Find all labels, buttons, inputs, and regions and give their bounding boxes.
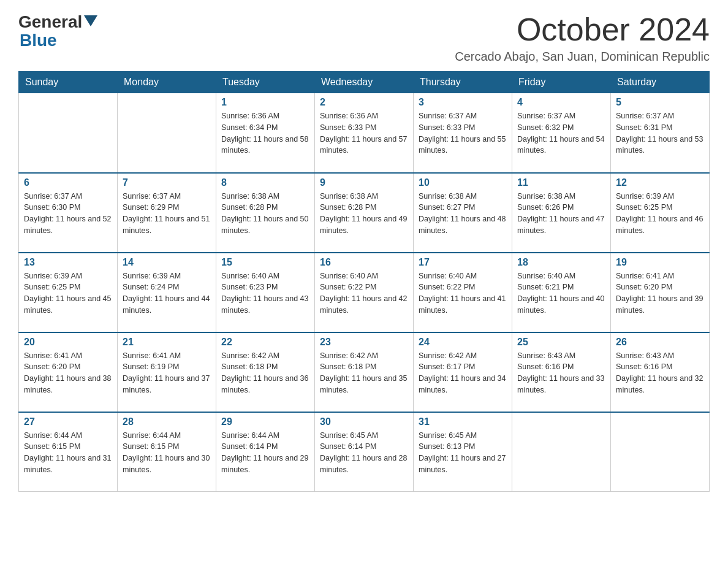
day-info: Sunrise: 6:42 AMSunset: 6:18 PMDaylight:… [221,350,309,396]
day-info: Sunrise: 6:38 AMSunset: 6:28 PMDaylight:… [221,191,309,237]
day-number: 6 [24,177,112,188]
table-row: 20Sunrise: 6:41 AMSunset: 6:20 PMDayligh… [19,332,118,412]
day-number: 22 [221,337,309,348]
header-saturday: Saturday [611,72,710,93]
table-row: 24Sunrise: 6:42 AMSunset: 6:17 PMDayligh… [414,332,512,412]
day-info: Sunrise: 6:39 AMSunset: 6:25 PMDaylight:… [616,191,704,237]
day-number: 18 [517,257,605,268]
day-number: 5 [616,97,704,108]
day-number: 17 [419,257,507,268]
day-info: Sunrise: 6:37 AMSunset: 6:29 PMDaylight:… [123,191,211,237]
table-row: 10Sunrise: 6:38 AMSunset: 6:27 PMDayligh… [414,173,512,253]
day-number: 11 [517,177,605,188]
logo-arrow-icon [84,15,97,29]
day-number: 29 [221,416,309,427]
calendar-week-row: 20Sunrise: 6:41 AMSunset: 6:20 PMDayligh… [19,332,710,412]
calendar-week-row: 6Sunrise: 6:37 AMSunset: 6:30 PMDaylight… [19,173,710,253]
header-wednesday: Wednesday [315,72,414,93]
table-row: 6Sunrise: 6:37 AMSunset: 6:30 PMDaylight… [19,173,118,253]
day-number: 15 [221,257,309,268]
day-number: 26 [616,337,704,348]
day-info: Sunrise: 6:45 AMSunset: 6:13 PMDaylight:… [419,430,507,476]
table-row: 26Sunrise: 6:43 AMSunset: 6:16 PMDayligh… [611,332,710,412]
table-row: 18Sunrise: 6:40 AMSunset: 6:21 PMDayligh… [512,253,611,332]
calendar-week-row: 27Sunrise: 6:44 AMSunset: 6:15 PMDayligh… [19,412,710,492]
day-number: 28 [123,416,211,427]
day-number: 27 [24,416,112,427]
day-info: Sunrise: 6:44 AMSunset: 6:14 PMDaylight:… [221,430,309,476]
table-row: 12Sunrise: 6:39 AMSunset: 6:25 PMDayligh… [611,173,710,253]
table-row: 22Sunrise: 6:42 AMSunset: 6:18 PMDayligh… [216,332,315,412]
day-info: Sunrise: 6:41 AMSunset: 6:19 PMDaylight:… [123,350,211,396]
header-tuesday: Tuesday [216,72,315,93]
day-number: 13 [24,257,112,268]
table-row: 8Sunrise: 6:38 AMSunset: 6:28 PMDaylight… [216,173,315,253]
day-info: Sunrise: 6:45 AMSunset: 6:14 PMDaylight:… [320,430,408,476]
header-monday: Monday [118,72,216,93]
day-number: 25 [517,337,605,348]
day-info: Sunrise: 6:38 AMSunset: 6:26 PMDaylight:… [517,191,605,237]
day-info: Sunrise: 6:37 AMSunset: 6:33 PMDaylight:… [419,110,507,156]
day-number: 7 [123,177,211,188]
day-number: 9 [320,177,408,188]
table-row [611,412,710,492]
day-info: Sunrise: 6:44 AMSunset: 6:15 PMDaylight:… [123,430,211,476]
day-number: 1 [221,97,309,108]
day-number: 4 [517,97,605,108]
day-info: Sunrise: 6:43 AMSunset: 6:16 PMDaylight:… [616,350,704,396]
day-info: Sunrise: 6:38 AMSunset: 6:28 PMDaylight:… [320,191,408,237]
day-number: 10 [419,177,507,188]
day-number: 30 [320,416,408,427]
table-row: 29Sunrise: 6:44 AMSunset: 6:14 PMDayligh… [216,412,315,492]
day-number: 24 [419,337,507,348]
table-row: 11Sunrise: 6:38 AMSunset: 6:26 PMDayligh… [512,173,611,253]
month-year-title: October 2024 [455,12,710,47]
day-info: Sunrise: 6:37 AMSunset: 6:30 PMDaylight:… [24,191,112,237]
header-sunday: Sunday [19,72,118,93]
day-number: 3 [419,97,507,108]
table-row: 4Sunrise: 6:37 AMSunset: 6:32 PMDaylight… [512,93,611,173]
table-row: 1Sunrise: 6:36 AMSunset: 6:34 PMDaylight… [216,93,315,173]
table-row: 28Sunrise: 6:44 AMSunset: 6:15 PMDayligh… [118,412,216,492]
table-row: 16Sunrise: 6:40 AMSunset: 6:22 PMDayligh… [315,253,414,332]
day-number: 8 [221,177,309,188]
table-row: 9Sunrise: 6:38 AMSunset: 6:28 PMDaylight… [315,173,414,253]
table-row: 14Sunrise: 6:39 AMSunset: 6:24 PMDayligh… [118,253,216,332]
day-number: 2 [320,97,408,108]
logo-general-text: General [18,12,82,32]
day-number: 20 [24,337,112,348]
table-row: 27Sunrise: 6:44 AMSunset: 6:15 PMDayligh… [19,412,118,492]
table-row: 5Sunrise: 6:37 AMSunset: 6:31 PMDaylight… [611,93,710,173]
table-row [19,93,118,173]
table-row [512,412,611,492]
table-row: 17Sunrise: 6:40 AMSunset: 6:22 PMDayligh… [414,253,512,332]
table-row: 30Sunrise: 6:45 AMSunset: 6:14 PMDayligh… [315,412,414,492]
day-number: 19 [616,257,704,268]
table-row: 15Sunrise: 6:40 AMSunset: 6:23 PMDayligh… [216,253,315,332]
calendar-header-row: Sunday Monday Tuesday Wednesday Thursday… [19,72,710,93]
day-info: Sunrise: 6:44 AMSunset: 6:15 PMDaylight:… [24,430,112,476]
day-info: Sunrise: 6:37 AMSunset: 6:32 PMDaylight:… [517,110,605,156]
header-thursday: Thursday [414,72,512,93]
logo-blue-text: Blue [20,31,57,50]
day-info: Sunrise: 6:40 AMSunset: 6:23 PMDaylight:… [221,270,309,316]
logo: General Blue [18,12,97,50]
location-subtitle: Cercado Abajo, San Juan, Dominican Repub… [455,50,710,64]
table-row: 23Sunrise: 6:42 AMSunset: 6:18 PMDayligh… [315,332,414,412]
day-info: Sunrise: 6:38 AMSunset: 6:27 PMDaylight:… [419,191,507,237]
header: General Blue October 2024 Cercado Abajo,… [18,12,710,64]
header-friday: Friday [512,72,611,93]
day-number: 23 [320,337,408,348]
day-info: Sunrise: 6:36 AMSunset: 6:34 PMDaylight:… [221,110,309,156]
table-row: 25Sunrise: 6:43 AMSunset: 6:16 PMDayligh… [512,332,611,412]
day-info: Sunrise: 6:40 AMSunset: 6:21 PMDaylight:… [517,270,605,316]
calendar-week-row: 1Sunrise: 6:36 AMSunset: 6:34 PMDaylight… [19,93,710,173]
table-row: 3Sunrise: 6:37 AMSunset: 6:33 PMDaylight… [414,93,512,173]
table-row: 21Sunrise: 6:41 AMSunset: 6:19 PMDayligh… [118,332,216,412]
table-row: 13Sunrise: 6:39 AMSunset: 6:25 PMDayligh… [19,253,118,332]
day-info: Sunrise: 6:41 AMSunset: 6:20 PMDaylight:… [24,350,112,396]
calendar-week-row: 13Sunrise: 6:39 AMSunset: 6:25 PMDayligh… [19,253,710,332]
table-row [118,93,216,173]
day-info: Sunrise: 6:40 AMSunset: 6:22 PMDaylight:… [419,270,507,316]
day-info: Sunrise: 6:42 AMSunset: 6:17 PMDaylight:… [419,350,507,396]
